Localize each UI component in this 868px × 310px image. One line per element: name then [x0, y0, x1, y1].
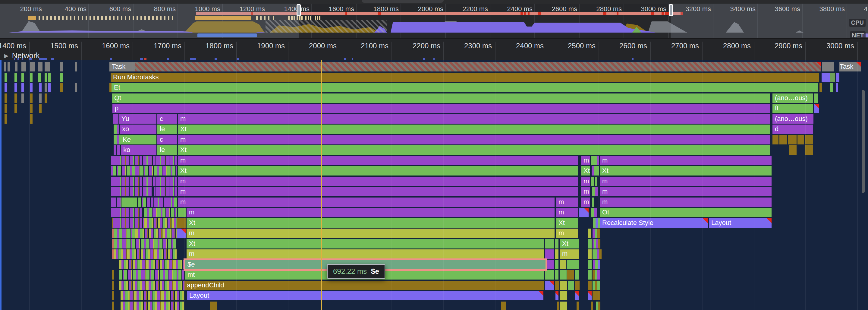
- flame-bar[interactable]: [837, 73, 839, 82]
- flame-bar[interactable]: [114, 249, 177, 259]
- flame-bar[interactable]: [33, 62, 35, 72]
- flame-bar[interactable]: [112, 270, 114, 280]
- flame-bar[interactable]: [38, 62, 40, 72]
- flame-bar[interactable]: [14, 93, 17, 103]
- flame-bar-m[interactable]: m: [556, 208, 578, 217]
- flame-bar[interactable]: [588, 229, 591, 238]
- flame-bar-task[interactable]: Task: [822, 62, 861, 72]
- flame-bar[interactable]: [595, 270, 597, 280]
- flame-bar-m[interactable]: m: [581, 177, 590, 186]
- flame-bar[interactable]: [557, 302, 559, 310]
- flame-bar[interactable]: [568, 281, 574, 290]
- flame-bar[interactable]: [594, 156, 597, 165]
- flame-bar-xt[interactable]: Xt: [187, 218, 555, 228]
- flame-bar[interactable]: [39, 93, 41, 103]
- flame-bar[interactable]: [60, 83, 63, 92]
- flame-bar-p[interactable]: p: [113, 104, 770, 113]
- flame-bar-m[interactable]: m: [556, 229, 578, 238]
- flame-bar[interactable]: [594, 166, 596, 175]
- flame-bar[interactable]: [75, 62, 77, 72]
- flame-bar[interactable]: [144, 208, 177, 217]
- flame-bar[interactable]: [805, 135, 813, 144]
- flame-bar[interactable]: [114, 198, 121, 207]
- flame-bar[interactable]: [595, 177, 597, 186]
- flame-bar[interactable]: [595, 229, 597, 238]
- flame-bar[interactable]: [567, 270, 574, 280]
- flame-bar[interactable]: [591, 177, 594, 186]
- flame-bar[interactable]: [119, 281, 184, 290]
- flame-bar[interactable]: [588, 270, 592, 280]
- flame-bar-ko[interactable]: ko: [121, 145, 156, 155]
- flame-bar[interactable]: [592, 281, 595, 290]
- flame-bar[interactable]: [594, 208, 597, 217]
- flame-bar[interactable]: [138, 198, 150, 207]
- flame-bar[interactable]: [830, 83, 833, 92]
- flame-bar-m[interactable]: m: [178, 177, 578, 186]
- flame-bar-m[interactable]: m: [187, 208, 555, 217]
- flame-bar[interactable]: [814, 104, 819, 113]
- flame-bar[interactable]: [788, 135, 797, 144]
- flame-bar[interactable]: [111, 198, 114, 207]
- flame-bar[interactable]: [798, 135, 804, 144]
- flame-bar[interactable]: [557, 281, 559, 290]
- flame-bar-m[interactable]: m: [178, 187, 578, 196]
- flame-bar-d[interactable]: d: [772, 124, 813, 134]
- selection-handle[interactable]: [669, 4, 673, 16]
- flame-bar[interactable]: [560, 270, 567, 280]
- flame-bar-ft[interactable]: ft: [772, 104, 813, 113]
- flame-bar[interactable]: [4, 83, 7, 92]
- disclosure-triangle-icon[interactable]: ▶: [4, 53, 8, 59]
- flame-bar[interactable]: [210, 302, 217, 310]
- flame-bar[interactable]: [48, 73, 51, 82]
- flame-bar[interactable]: [44, 83, 47, 92]
- flame-bar[interactable]: [119, 260, 184, 269]
- flame-bar[interactable]: [555, 291, 558, 300]
- flame-bar[interactable]: [779, 135, 787, 144]
- flame-bar-ot[interactable]: Ot: [600, 208, 772, 217]
- flame-bar[interactable]: [545, 281, 554, 290]
- flame-bar[interactable]: [30, 73, 33, 82]
- flame-bar-m[interactable]: m: [178, 135, 770, 144]
- flame-bar[interactable]: [567, 260, 579, 269]
- flame-bar[interactable]: [591, 208, 594, 217]
- flame-bar-c[interactable]: c: [157, 135, 177, 144]
- flame-bar[interactable]: [575, 291, 579, 300]
- flame-bar[interactable]: [4, 114, 7, 124]
- flame-bar[interactable]: [555, 249, 558, 259]
- flame-bar[interactable]: [560, 291, 567, 300]
- flame-bar[interactable]: [588, 260, 592, 269]
- flame-bar[interactable]: [836, 83, 838, 92]
- flame-bar[interactable]: [592, 249, 595, 259]
- flame-bar[interactable]: [772, 135, 778, 144]
- flame-bar[interactable]: [577, 281, 580, 290]
- flame-bar[interactable]: [114, 239, 177, 249]
- flame-bar-m[interactable]: m: [600, 187, 772, 196]
- flame-bar[interactable]: [819, 83, 822, 92]
- flame-bar[interactable]: [789, 145, 797, 155]
- flame-bar-xt[interactable]: Xt: [178, 145, 770, 155]
- flame-bar-qt[interactable]: Qt: [112, 93, 770, 103]
- flame-bar-xt[interactable]: Xt: [187, 239, 544, 249]
- flame-bar[interactable]: [592, 270, 595, 280]
- flame-bar[interactable]: [555, 270, 558, 280]
- flame-bar[interactable]: [560, 302, 567, 310]
- flame-bar[interactable]: [121, 291, 184, 300]
- flame-bar[interactable]: [112, 281, 114, 290]
- flame-bar-m[interactable]: m: [178, 156, 578, 165]
- flame-bar[interactable]: [44, 73, 47, 82]
- flame-bar[interactable]: [151, 198, 177, 207]
- flame-bar-xt[interactable]: Xt: [556, 218, 578, 228]
- flame-bar[interactable]: [174, 198, 177, 207]
- flame-bar-ke[interactable]: Ke: [120, 135, 156, 144]
- flame-bar[interactable]: [75, 83, 77, 92]
- flame-bar[interactable]: [30, 83, 33, 92]
- flame-bar[interactable]: [4, 73, 7, 82]
- flame-bar[interactable]: [113, 156, 177, 165]
- flame-bar[interactable]: [4, 62, 6, 72]
- flame-bar[interactable]: [114, 145, 120, 155]
- flame-bar[interactable]: [830, 73, 835, 82]
- flame-bar[interactable]: [591, 156, 594, 165]
- flame-bar-layout[interactable]: Layout: [187, 291, 544, 300]
- flame-bar[interactable]: [113, 114, 119, 124]
- flame-bar[interactable]: [595, 260, 598, 269]
